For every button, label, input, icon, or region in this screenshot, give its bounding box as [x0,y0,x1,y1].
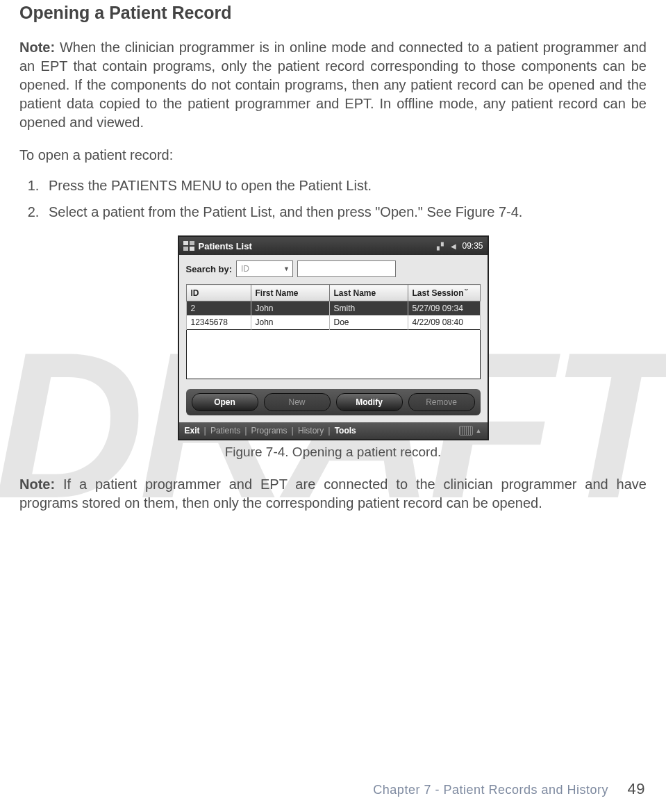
menu-tools[interactable]: Tools [335,426,356,436]
col-last-name[interactable]: Last Name [329,285,408,301]
note-2: Note: If a patient programmer and EPT ar… [19,475,647,513]
note-1-body: When the clinician programmer is in onli… [19,40,647,130]
steps-lead: To open a patient record: [19,147,647,163]
volume-icon [451,241,456,251]
cell-session: 5/27/09 09:34 [408,301,480,316]
steps-list: Press the PATIENTS MENU to open the Pati… [43,174,647,223]
patients-table[interactable]: ID First Name Last Name Last Session 2 J… [186,284,481,330]
menu-history[interactable]: History [298,426,324,436]
step-1: Press the PATIENTS MENU to open the Pati… [43,174,647,197]
modify-button[interactable]: Modify [336,393,403,411]
note-2-body: If a patient programmer and EPT are conn… [19,477,647,511]
menu-sep: | [328,426,330,436]
windows-flag-icon [183,241,194,251]
menu-sep: | [204,426,206,436]
search-row: Search by: ID ▼ [186,260,481,277]
table-row[interactable]: 12345678 John Doe 4/22/09 08:40 [186,315,480,330]
footer-chapter: Chapter 7 - Patient Records and History [373,783,608,797]
page-footer: Chapter 7 - Patient Records and History … [373,780,645,798]
cell-first: John [251,301,329,316]
footer-page-number: 49 [628,780,645,797]
cell-id: 2 [186,301,251,316]
cell-id: 12345678 [186,315,251,330]
search-input[interactable] [297,260,396,277]
signal-icon [437,241,445,251]
device-menubar: Exit | Patients | Programs | History | T… [179,422,488,439]
device-titlebar: Patients List 09:35 [179,237,488,255]
chevron-up-icon: ▲ [476,427,482,434]
chevron-down-icon: ▼ [283,265,290,272]
step-2: Select a patient from the Patient List, … [43,201,647,223]
cell-first: John [251,315,329,330]
cell-last: Doe [329,315,408,330]
table-empty-area [186,330,481,379]
open-button[interactable]: Open [192,393,258,411]
col-last-session[interactable]: Last Session [408,285,480,301]
search-field-value: ID [241,264,249,274]
menu-patients[interactable]: Patients [210,426,240,436]
keyboard-icon[interactable] [459,426,473,436]
button-row: Open New Modify Remove [186,389,481,415]
note-1: Note: When the clinician programmer is i… [19,38,647,132]
figure-7-4: Patients List 09:35 Search by: ID ▼ [19,235,647,460]
page-title: Opening a Patient Record [19,3,647,23]
search-field-dropdown[interactable]: ID ▼ [236,260,293,277]
note-1-label: Note: [19,40,55,55]
col-first-name[interactable]: First Name [251,285,329,301]
col-id[interactable]: ID [186,285,251,301]
window-title: Patients List [199,241,252,251]
cell-last: Smith [329,301,408,316]
figure-caption: Figure 7-4. Opening a patient record. [225,445,442,460]
search-by-label: Search by: [186,264,232,274]
menu-sep: | [292,426,294,436]
menu-sep: | [244,426,247,436]
menu-programs[interactable]: Programs [251,426,288,436]
remove-button[interactable]: Remove [408,393,475,411]
table-row[interactable]: 2 John Smith 5/27/09 09:34 [186,301,480,316]
new-button[interactable]: New [264,393,331,411]
note-2-label: Note: [19,477,55,492]
menu-exit[interactable]: Exit [185,426,200,436]
device-screenshot: Patients List 09:35 Search by: ID ▼ [178,235,489,440]
cell-session: 4/22/09 08:40 [408,315,480,330]
clock-time: 09:35 [462,241,483,251]
